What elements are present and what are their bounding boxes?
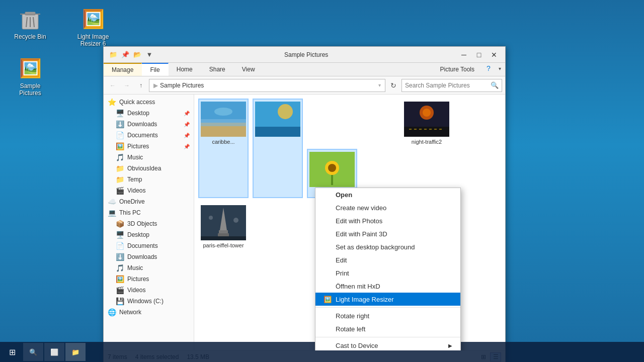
toolbar-btn-folder[interactable]: 📁 <box>108 49 119 60</box>
pictures-icon: 🖼️ <box>116 142 124 150</box>
file-item-caribbean[interactable]: caribbe... <box>198 99 249 198</box>
sidebar-item-documents2[interactable]: 📄 Documents <box>104 240 194 251</box>
sample-pictures-label: Sample Pictures <box>12 82 48 97</box>
search-box: 🔍 <box>401 79 502 92</box>
svg-point-15 <box>328 164 336 172</box>
sidebar-item-videos[interactable]: 🎬 Videos <box>104 185 194 196</box>
maximize-button[interactable]: □ <box>472 49 486 60</box>
sidebar-item-documents[interactable]: 📄 Documents 📌 <box>104 130 194 141</box>
taskbar-search-btn[interactable]: 🔍 <box>23 343 43 361</box>
title-bar: 📁 📌 📂 ▼ Sample Pictures ─ □ ✕ <box>104 47 505 63</box>
file-area: caribbe... <box>194 95 505 350</box>
file-item-paris-eiffel-tower[interactable]: paris-eiffel-tower <box>198 202 249 251</box>
tab-picture-tools[interactable]: Picture Tools <box>432 63 483 76</box>
forward-button[interactable]: → <box>121 79 133 92</box>
file-item-2[interactable] <box>253 99 303 198</box>
ctx-item-edit[interactable]: Edit <box>315 253 460 266</box>
file-item-night-traffic2[interactable]: night-traffic2 <box>401 99 452 198</box>
recycle-bin-icon <box>18 7 42 31</box>
window-controls: ─ □ ✕ <box>457 49 501 60</box>
sidebar-network-label: Network <box>119 309 141 316</box>
tab-help-btn[interactable]: ? <box>483 63 494 74</box>
search-input[interactable] <box>405 82 489 89</box>
this-pc-icon: 💻 <box>108 209 116 217</box>
sidebar-item-music[interactable]: 🎵 Music <box>104 152 194 163</box>
sidebar-item-pictures[interactable]: 🖼️ Pictures 📌 <box>104 141 194 152</box>
desktop-icon-recycle-bin[interactable]: Recycle Bin <box>10 5 50 42</box>
sidebar-onedrive-label: OneDrive <box>119 198 145 205</box>
back-button[interactable]: ← <box>107 79 119 92</box>
taskbar-task-view-btn[interactable]: ⬜ <box>44 343 64 361</box>
minimize-button[interactable]: ─ <box>457 49 471 60</box>
sidebar-item-onedrive[interactable]: ☁️ OneDrive <box>104 196 194 207</box>
sidebar-item-3d-objects[interactable]: 📦 3D Objects <box>104 218 194 229</box>
breadcrumb-text: Sample Pictures <box>160 82 204 89</box>
svg-rect-20 <box>404 127 449 137</box>
context-menu: Open Create new video Edit with Photos E… <box>315 188 461 350</box>
desktop-icon-sample-pictures[interactable]: 🖼️ Sample Pictures <box>10 54 50 99</box>
svg-point-28 <box>233 218 238 223</box>
file-thumbnail-night <box>404 102 449 137</box>
sidebar-item-music2[interactable]: 🎵 Music <box>104 262 194 274</box>
close-button[interactable]: ✕ <box>487 49 501 60</box>
ctx-item-cast-to-device[interactable]: Cast to Device ▶ <box>315 339 460 350</box>
taskbar-explorer-btn[interactable]: 📁 <box>65 343 86 361</box>
ctx-item-rotate-right[interactable]: Rotate right <box>315 309 460 322</box>
sidebar-item-desktop2[interactable]: 🖥️ Desktop <box>104 229 194 240</box>
cast-icon <box>324 341 332 349</box>
toolbar-dropdown[interactable]: ▼ <box>144 49 155 60</box>
start-button[interactable]: ⊞ <box>2 343 22 361</box>
up-button[interactable]: ↑ <box>135 79 147 92</box>
ctx-item-light-image-resizer[interactable]: 🖼️ Light Image Resizer <box>315 293 460 306</box>
create-video-icon <box>324 204 332 212</box>
sidebar-item-network[interactable]: 🌐 Network <box>104 307 194 318</box>
ctx-item-edit-with-photos[interactable]: Edit with Photos <box>315 214 460 227</box>
file-name-paris-eiffel-tower: paris-eiffel-tower <box>203 242 244 248</box>
ribbon-collapse-btn[interactable]: ▾ <box>494 63 505 74</box>
explorer-window: 📁 📌 📂 ▼ Sample Pictures ─ □ ✕ Manage Fil… <box>103 46 506 362</box>
music-icon: 🎵 <box>116 153 124 161</box>
print-icon <box>324 269 332 277</box>
breadcrumb-dropdown[interactable]: ▾ <box>378 82 381 88</box>
ctx-item-offnen-hxd[interactable]: Öffnen mit HxD <box>315 280 460 293</box>
sidebar-item-pictures2[interactable]: 🖼️ Pictures <box>104 274 194 285</box>
quick-access-icon: ⭐ <box>108 98 116 106</box>
tab-file[interactable]: File <box>142 63 168 76</box>
downloads-pin-icon: 📌 <box>184 122 190 127</box>
address-path[interactable]: ▶ Sample Pictures ▾ <box>149 79 385 92</box>
sidebar-item-temp[interactable]: 📁 Temp <box>104 174 194 185</box>
file-thumbnail-paris <box>201 205 246 240</box>
sidebar-item-downloads[interactable]: ⬇️ Downloads 📌 <box>104 119 194 130</box>
toolbar-btn-pin[interactable]: 📌 <box>120 49 131 60</box>
sidebar-item-videos2[interactable]: 🎬 Videos <box>104 285 194 296</box>
sidebar-desktop2-label: Desktop <box>127 231 149 238</box>
tab-manage[interactable]: Manage <box>104 63 142 76</box>
ctx-item-create-new-video[interactable]: Create new video <box>315 201 460 214</box>
paint3d-icon <box>324 230 332 238</box>
ctx-item-edit-with-paint3d[interactable]: Edit with Paint 3D <box>315 227 460 240</box>
sidebar-item-obviousidea[interactable]: 📁 ObviousIdea <box>104 163 194 174</box>
onedrive-icon: ☁️ <box>108 198 116 206</box>
tab-share[interactable]: Share <box>201 63 234 76</box>
recycle-bin-label: Recycle Bin <box>14 33 46 40</box>
refresh-button[interactable]: ↻ <box>387 79 399 92</box>
file-thumbnail-caribbean <box>201 102 246 137</box>
tab-home[interactable]: Home <box>169 63 201 76</box>
tab-view[interactable]: View <box>234 63 264 76</box>
ctx-item-open[interactable]: Open <box>315 188 460 201</box>
sidebar-item-downloads2[interactable]: ⬇️ Downloads <box>104 251 194 262</box>
desktop-icon-light-image-resizer[interactable]: 🖼️ Light Image Resizer 6 <box>73 5 113 49</box>
sidebar-item-windows-c[interactable]: 💾 Windows (C:) <box>104 296 194 307</box>
ctx-item-print[interactable]: Print <box>315 266 460 280</box>
sidebar-item-quick-access[interactable]: ⭐ Quick access <box>104 97 194 108</box>
search-icon[interactable]: 🔍 <box>491 81 499 89</box>
windows-c-icon: 💾 <box>116 297 124 305</box>
sidebar-item-this-pc[interactable]: 💻 This PC <box>104 207 194 218</box>
toolbar-btn-new-folder[interactable]: 📂 <box>132 49 143 60</box>
ctx-item-set-desktop-bg[interactable]: Set as desktop background <box>315 240 460 253</box>
ctx-item-rotate-left[interactable]: Rotate left <box>315 322 460 335</box>
sidebar-item-desktop[interactable]: 🖥️ Desktop 📌 <box>104 108 194 119</box>
music2-icon: 🎵 <box>116 264 124 272</box>
ctx-open-label: Open <box>336 191 352 199</box>
file-name-caribbean: caribbe... <box>212 139 234 145</box>
